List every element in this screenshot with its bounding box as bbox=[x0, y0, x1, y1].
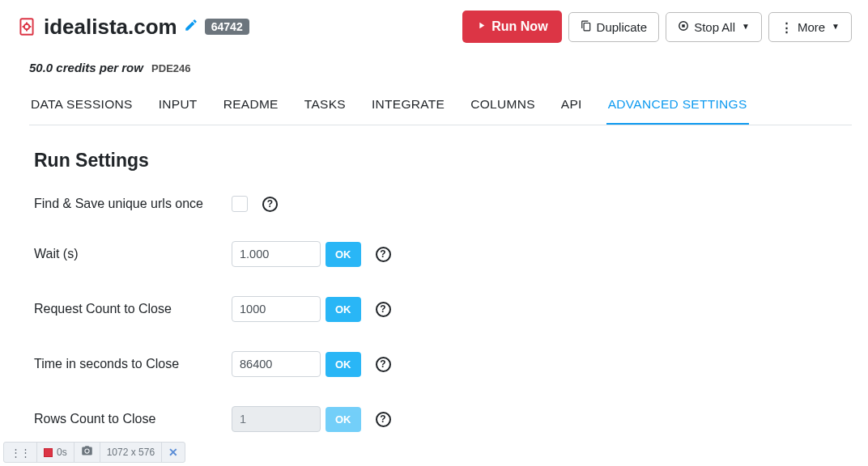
action-buttons: Run Now Duplicate Stop All ▼ ⋮ More ▼ bbox=[462, 11, 852, 43]
input-request-count[interactable] bbox=[232, 296, 321, 322]
ok-button-wait[interactable]: OK bbox=[326, 242, 361, 267]
tab-columns[interactable]: COLUMNS bbox=[469, 89, 537, 125]
setting-label-request-count: Request Count to Close bbox=[34, 302, 232, 316]
section-title: Run Settings bbox=[34, 150, 852, 172]
copy-icon bbox=[581, 19, 592, 36]
duplicate-label: Duplicate bbox=[597, 19, 648, 36]
setting-row-request-count: Request Count to CloseOK? bbox=[34, 296, 852, 322]
caret-down-icon: ▼ bbox=[742, 21, 750, 32]
input-time-close[interactable] bbox=[232, 351, 321, 377]
setting-label-time-close: Time in seconds to Close bbox=[34, 357, 232, 371]
camera-icon bbox=[81, 445, 93, 460]
more-button[interactable]: ⋮ More ▼ bbox=[768, 12, 852, 42]
pde-code: PDE246 bbox=[151, 62, 190, 74]
svg-point-1 bbox=[24, 24, 30, 30]
setting-row-find-save: Find & Save unique urls once? bbox=[34, 196, 852, 212]
tab-api[interactable]: API bbox=[560, 89, 584, 125]
drag-handle[interactable]: ⋮⋮ bbox=[4, 443, 37, 462]
id-badge: 64742 bbox=[205, 19, 249, 35]
tab-tasks[interactable]: TASKS bbox=[303, 89, 347, 125]
stop-icon bbox=[678, 19, 689, 36]
help-icon[interactable]: ? bbox=[376, 412, 391, 427]
input-wait[interactable] bbox=[232, 241, 321, 267]
run-now-button[interactable]: Run Now bbox=[462, 11, 561, 43]
tab-advanced-settings[interactable]: ADVANCED SETTINGS bbox=[606, 89, 749, 125]
duplicate-button[interactable]: Duplicate bbox=[568, 12, 660, 42]
close-icon: ✕ bbox=[168, 446, 178, 459]
tab-data-sessions[interactable]: DATA SESSIONS bbox=[29, 89, 134, 125]
record-segment[interactable]: 0s bbox=[37, 443, 74, 462]
dimensions-segment: 868 x 466 bbox=[100, 443, 162, 462]
site-title: idealista.com bbox=[44, 15, 177, 40]
tab-readme[interactable]: README bbox=[222, 89, 280, 125]
help-icon[interactable]: ? bbox=[376, 247, 391, 262]
tab-integrate[interactable]: INTEGRATE bbox=[370, 89, 446, 125]
svg-rect-7 bbox=[682, 24, 685, 28]
dimensions-text: 868 x 466 bbox=[107, 447, 155, 458]
credits-text: 50.0 credits per row bbox=[29, 61, 143, 74]
ok-button-rows-count: OK bbox=[326, 407, 361, 432]
record-time: 0s bbox=[57, 447, 67, 458]
ok-button-request-count[interactable]: OK bbox=[326, 297, 361, 322]
stop-all-button[interactable]: Stop All ▼ bbox=[666, 12, 762, 42]
credits-row: 50.0 credits per row PDE246 bbox=[29, 61, 852, 74]
record-icon bbox=[44, 448, 53, 457]
three-dots-icon: ⋮ bbox=[781, 19, 793, 36]
setting-row-rows-count: Rows Count to CloseOK? bbox=[34, 406, 852, 432]
edit-icon[interactable] bbox=[184, 18, 198, 36]
drag-dots-icon: ⋮⋮ bbox=[11, 447, 30, 458]
help-icon[interactable]: ? bbox=[376, 302, 391, 317]
checkbox-find-save[interactable] bbox=[232, 196, 248, 212]
ok-button-time-close[interactable]: OK bbox=[326, 352, 361, 377]
caret-down-icon: ▼ bbox=[832, 21, 840, 32]
input-rows-count bbox=[232, 406, 321, 432]
close-segment[interactable]: ✕ bbox=[162, 443, 185, 462]
camera-segment[interactable] bbox=[74, 443, 100, 462]
status-bar: ⋮⋮ 0s 868 x 466 ✕ bbox=[3, 442, 185, 463]
setting-label-wait: Wait (s) bbox=[34, 247, 232, 261]
tab-input[interactable]: INPUT bbox=[157, 89, 199, 125]
stop-all-label: Stop All bbox=[694, 19, 735, 36]
help-icon[interactable]: ? bbox=[262, 197, 278, 212]
setting-label-rows-count: Rows Count to Close bbox=[34, 412, 232, 426]
more-label: More bbox=[798, 19, 825, 36]
settings-document-icon bbox=[16, 16, 37, 37]
tabs: DATA SESSIONSINPUTREADMETASKSINTEGRATECO… bbox=[29, 89, 852, 125]
run-now-label: Run Now bbox=[491, 18, 547, 36]
setting-label-find-save: Find & Save unique urls once bbox=[34, 197, 232, 211]
setting-row-time-close: Time in seconds to CloseOK? bbox=[34, 351, 852, 377]
help-icon[interactable]: ? bbox=[376, 357, 391, 372]
setting-row-wait: Wait (s)OK? bbox=[34, 241, 852, 267]
play-icon bbox=[476, 18, 487, 36]
